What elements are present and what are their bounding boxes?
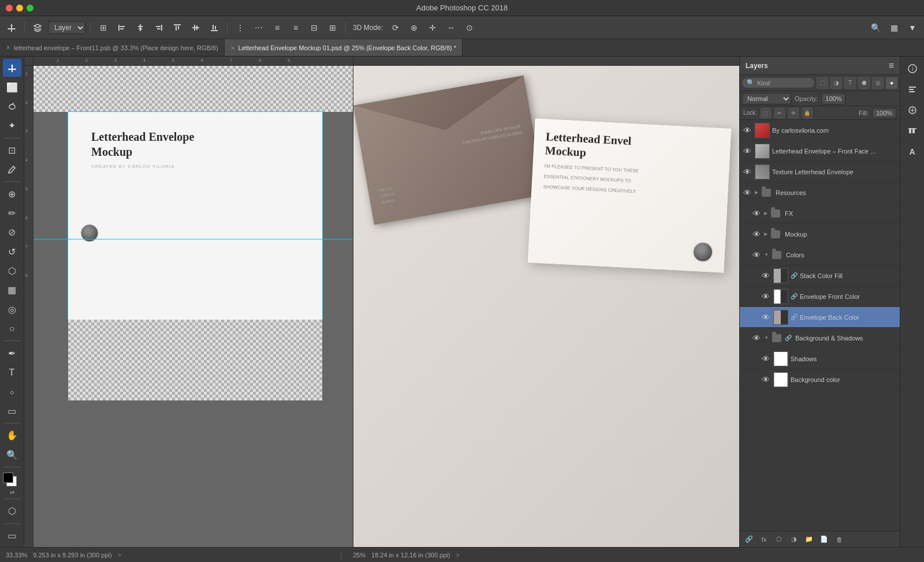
dist-hmid-btn[interactable]: ≡ <box>269 20 285 36</box>
visibility-env-front-color[interactable]: 👁 <box>761 291 771 302</box>
3d-roll-btn[interactable]: ⊙ <box>461 20 478 36</box>
hand-tool[interactable]: ✋ <box>3 426 21 444</box>
align-center-btn[interactable] <box>132 20 148 36</box>
layer-item-fx[interactable]: 👁 ▶ FX <box>740 203 900 224</box>
filter-type-btn[interactable]: T <box>844 77 856 89</box>
dodge-tool[interactable]: ○ <box>3 320 21 338</box>
tab-left[interactable]: ✕ letterhead envelope – Front11.psb @ 33… <box>0 39 225 56</box>
eraser-tool[interactable]: ⬡ <box>3 262 21 280</box>
lock-pixels-btn[interactable]: ⬚ <box>761 108 771 118</box>
move-tool[interactable] <box>3 59 21 77</box>
move-tool-btn[interactable] <box>3 20 20 36</box>
visibility-shadows[interactable]: 👁 <box>761 354 771 364</box>
crop-tool[interactable]: ⊡ <box>3 141 21 159</box>
opacity-input[interactable] <box>821 93 845 104</box>
lasso-tool[interactable] <box>3 98 21 115</box>
visibility-stack-color[interactable]: 👁 <box>761 271 771 281</box>
layout-arrow-btn[interactable]: ▼ <box>904 20 921 36</box>
marquee-tool[interactable]: ⬜ <box>3 78 21 96</box>
layer-list[interactable]: 👁 By carlosviloria.com 👁 Letterhead Enve… <box>740 120 900 531</box>
layer-item-colors[interactable]: 👁 ▼ Colors <box>740 245 900 265</box>
tab-close-left[interactable]: ✕ <box>6 44 10 51</box>
layer-item-shadows[interactable]: 👁 Shadows <box>740 349 900 369</box>
mask-btn[interactable]: ⬡ <box>773 534 785 545</box>
arrow-left[interactable]: > <box>118 552 121 559</box>
expand-resources[interactable]: ▶ <box>755 190 758 195</box>
layer-item-by-carlos[interactable]: 👁 By carlosviloria.com <box>740 120 900 141</box>
fill-input[interactable] <box>872 108 896 118</box>
layer-item-mockup[interactable]: 👁 ▶ Mockup <box>740 224 900 245</box>
shape-tool[interactable]: ▭ <box>3 402 21 420</box>
layer-item-env-back-color[interactable]: 👁 🔗 Envelope Back Color <box>740 307 900 328</box>
pen-tool[interactable]: ✒ <box>3 344 21 362</box>
filter-pixel-btn[interactable]: ⬚ <box>817 77 828 89</box>
lock-position-btn[interactable]: ✏ <box>774 108 785 118</box>
visibility-bg-shadows[interactable]: 👁 <box>751 333 762 343</box>
visibility-colors[interactable]: 👁 <box>751 250 762 260</box>
align-vmiddle-btn[interactable] <box>188 20 204 36</box>
path-selection-tool[interactable]: ⬦ <box>3 383 21 400</box>
3d-pan-btn[interactable]: ⊕ <box>406 20 422 36</box>
screen-mode-btn[interactable]: ▭ <box>3 527 21 545</box>
lock-move-btn[interactable]: ✛ <box>788 108 799 118</box>
fx-btn[interactable]: fx <box>758 534 770 545</box>
zoom-tool[interactable]: 🔍 <box>3 445 21 463</box>
canvas-scroll-left[interactable]: Letterhead Envelope Mockup CREATED BY CA… <box>33 66 353 547</box>
align-top-btn[interactable] <box>169 20 185 36</box>
eyedropper-tool[interactable] <box>3 160 21 178</box>
3d-scale-btn[interactable]: ✛ <box>424 20 441 36</box>
filter-shape-btn[interactable]: ⬟ <box>858 77 870 89</box>
delete-btn[interactable]: 🗑 <box>833 534 845 545</box>
brush-tool[interactable]: ✏ <box>3 204 21 222</box>
visibility-mockup[interactable]: 👁 <box>751 229 762 239</box>
align-right-btn[interactable] <box>151 20 167 36</box>
canvas-scroll-right[interactable]: ENVELOPE MOCKUPCREATED BY CARLOS VILORIA… <box>353 66 739 547</box>
layer-item-texture[interactable]: 👁 Texture Letterhead Envelope <box>740 162 900 182</box>
minimize-button[interactable] <box>16 5 23 12</box>
blend-mode-select[interactable]: Normal <box>742 93 791 104</box>
visibility-fx[interactable]: 👁 <box>751 208 762 219</box>
dist-h-btn[interactable]: ⋮ <box>232 20 248 36</box>
adj-btn[interactable]: ◑ <box>788 534 800 545</box>
layer-item-env-front-color[interactable]: 👁 🔗 Envelope Front Color <box>740 286 900 307</box>
layer-item-front-face[interactable]: 👁 Letterhead Envelope – Front Face ... <box>740 141 900 162</box>
expand-bg-shadows[interactable]: ▼ <box>764 335 769 340</box>
dist-vmid-btn[interactable]: ≡ <box>288 20 304 36</box>
filter-toggle-btn[interactable]: ● <box>886 77 897 89</box>
expand-mockup[interactable]: ▶ <box>764 231 767 237</box>
lock-all-btn[interactable]: 🔒 <box>802 108 813 118</box>
dist-start-btn[interactable]: ⊞ <box>325 20 341 36</box>
layers-btn[interactable] <box>29 20 46 36</box>
properties-icon-btn[interactable] <box>904 81 921 98</box>
foreground-color-swatch[interactable] <box>3 473 13 483</box>
blur-tool[interactable]: ◎ <box>3 301 21 319</box>
gradient-tool[interactable]: ▦ <box>3 281 21 299</box>
filter-smart-btn[interactable]: ◎ <box>872 77 884 89</box>
layer-item-resources[interactable]: 👁 ▶ Resources <box>740 182 900 203</box>
link-btn[interactable]: 🔗 <box>743 534 755 545</box>
healing-brush-tool[interactable]: ⊕ <box>3 185 21 203</box>
dist-v-btn[interactable]: ⋯ <box>251 20 267 36</box>
visibility-background-color[interactable]: 👁 <box>761 374 771 385</box>
align-left-btn[interactable] <box>114 20 130 36</box>
visibility-front-face[interactable]: 👁 <box>742 146 752 156</box>
layer-item-bg-shadows[interactable]: 👁 ▼ 🔗 Background & Shadows <box>740 328 900 349</box>
layers-panel-close[interactable]: ≡ <box>889 61 894 71</box>
maximize-button[interactable] <box>27 5 33 12</box>
expand-fx[interactable]: ▶ <box>764 211 767 216</box>
group-btn[interactable]: 📁 <box>803 534 815 545</box>
frame-btn[interactable]: ⊞ <box>95 20 111 36</box>
new-layer-btn[interactable]: 📄 <box>818 534 830 545</box>
3d-rotate-btn[interactable]: ⟳ <box>388 20 404 36</box>
layer-item-background-color[interactable]: 👁 Background color <box>740 369 900 390</box>
libraries-icon-btn[interactable] <box>904 122 921 140</box>
close-button[interactable] <box>6 5 13 12</box>
expand-colors[interactable]: ▼ <box>764 252 769 257</box>
arrow-right[interactable]: > <box>456 552 459 559</box>
magic-wand-tool[interactable]: ✦ <box>3 117 21 134</box>
history-brush-tool[interactable]: ↺ <box>3 242 21 260</box>
3d-slide-btn[interactable]: ↔ <box>443 20 459 36</box>
dist-end-btn[interactable]: ⊟ <box>306 20 322 36</box>
char-icon-btn[interactable]: A <box>904 143 921 160</box>
layer-item-stack-color[interactable]: 👁 🔗 Stack Color Fill <box>740 265 900 286</box>
